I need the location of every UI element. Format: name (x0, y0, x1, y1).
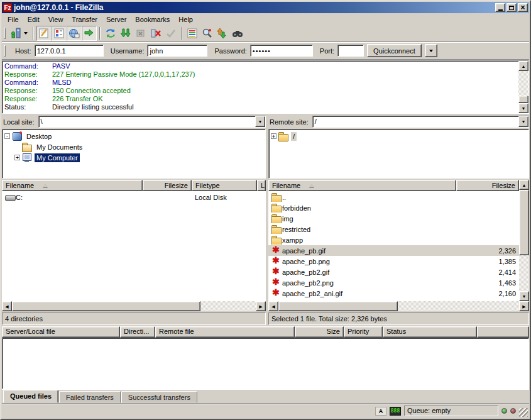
scroll-up-icon[interactable]: ▲ (519, 180, 529, 190)
scroll-right-icon[interactable]: ▶ (519, 301, 529, 311)
toggle-remote-tree-button[interactable] (67, 26, 82, 41)
scroll-track[interactable] (398, 301, 519, 311)
tree-node-label[interactable]: My Computer (35, 153, 80, 162)
speed-limit-icon[interactable]: 888 (390, 407, 401, 416)
tree-expander-icon[interactable]: + (14, 155, 20, 160)
queue-column-header[interactable]: Size (295, 326, 344, 338)
refresh-button[interactable] (103, 26, 118, 41)
quickconnect-button[interactable]: Quickconnect (367, 44, 422, 57)
remote-site-value[interactable]: / (313, 116, 518, 127)
queue-tab[interactable]: Failed transfers (59, 391, 121, 403)
scroll-thumb[interactable] (519, 190, 529, 255)
queue-column-header[interactable]: Directi... (120, 326, 155, 338)
find-files-button[interactable] (230, 26, 245, 41)
tree-item[interactable]: - Desktop (4, 131, 265, 141)
toggle-message-log-button[interactable] (36, 26, 52, 41)
queue-list[interactable] (2, 338, 529, 389)
port-input[interactable] (337, 45, 364, 57)
file-row[interactable]: apache_pb2_ani.gif 2,160 (268, 288, 519, 299)
menu-item[interactable]: Server (102, 14, 131, 25)
column-header-filesize[interactable]: Filesize (143, 180, 192, 191)
queue-column-header[interactable]: Priority (344, 326, 383, 338)
filter-button[interactable] (185, 26, 200, 41)
quickconnect-grip[interactable] (4, 45, 6, 57)
file-row[interactable]: apache_pb2.gif 2,414 (268, 267, 519, 277)
file-row[interactable]: apache_pb2.png 1,463 (268, 277, 519, 288)
reconnect-button[interactable] (163, 26, 178, 41)
tree-expander-icon[interactable]: - (4, 133, 10, 139)
menu-item[interactable]: Transfer (67, 14, 102, 25)
disconnect-button[interactable] (148, 26, 163, 41)
password-input[interactable] (250, 45, 313, 57)
menu-item[interactable]: File (3, 14, 23, 25)
local-site-dropdown-button[interactable]: ▼ (255, 116, 265, 127)
menu-item[interactable]: View (44, 14, 68, 25)
scroll-thumb[interactable] (518, 96, 528, 103)
toggle-transfer-queue-button[interactable] (82, 26, 97, 41)
local-site-value[interactable]: \ (39, 116, 255, 127)
menu-item[interactable]: Bookmarks (131, 14, 174, 25)
menu-item[interactable]: Help (174, 14, 197, 25)
local-horizontal-scrollbar[interactable]: ◀ ▶ (2, 301, 266, 311)
column-header-last-modified[interactable]: L (257, 180, 266, 191)
column-header-filesize[interactable]: Filesize (456, 180, 519, 191)
scroll-track[interactable] (200, 301, 256, 311)
remote-site-dropdown-button[interactable]: ▼ (518, 116, 528, 127)
scroll-down-icon[interactable]: ▼ (518, 103, 528, 113)
file-row[interactable]: restricted (268, 224, 519, 235)
scroll-track[interactable] (518, 71, 528, 96)
scroll-right-icon[interactable]: ▶ (256, 301, 266, 311)
directory-comparison-button[interactable] (200, 26, 215, 41)
resize-grip[interactable] (519, 408, 528, 417)
site-manager-dropdown-icon[interactable] (24, 32, 28, 35)
title-bar[interactable]: Fz john@127.0.0.1 - FileZilla × (2, 2, 529, 13)
queue-column-header[interactable]: Remote file (155, 326, 295, 338)
scroll-thumb[interactable] (12, 301, 200, 311)
cancel-button[interactable] (133, 26, 148, 41)
file-row[interactable]: .. (268, 192, 519, 202)
close-button[interactable]: × (518, 3, 528, 12)
site-manager-button[interactable] (8, 26, 23, 41)
menu-item[interactable]: Edit (23, 14, 44, 25)
queue-tab[interactable]: Successful transfers (121, 391, 197, 403)
file-row[interactable]: xampp (268, 235, 519, 245)
tree-node-label[interactable]: / (291, 132, 297, 141)
file-row[interactable]: apache_pb.png 1,385 (268, 256, 519, 267)
file-row[interactable]: apache_pb.gif 2,326 (268, 245, 519, 256)
transfer-type-icon[interactable]: A (375, 407, 386, 416)
file-row[interactable]: forbidden (268, 202, 519, 213)
file-row[interactable]: C: Local Disk (2, 192, 266, 202)
quickconnect-dropdown-button[interactable] (425, 44, 437, 57)
synchronized-browsing-button[interactable] (215, 26, 230, 41)
remote-site-combo[interactable]: / ▼ (312, 116, 529, 128)
toggle-local-tree-button[interactable] (52, 26, 67, 41)
column-header-filename[interactable]: Filename (268, 180, 456, 191)
remote-vertical-scrollbar[interactable]: ▲ ▼ (519, 180, 529, 301)
log-scrollbar[interactable]: ▲ ▼ (518, 61, 528, 113)
tree-node-label[interactable]: Desktop (25, 132, 53, 141)
scroll-thumb[interactable] (278, 301, 398, 311)
column-header-filename[interactable]: Filename (2, 180, 143, 191)
tree-node-label[interactable]: My Documents (35, 143, 84, 152)
scroll-down-icon[interactable]: ▼ (519, 291, 529, 301)
column-header-filetype[interactable]: Filetype (192, 180, 257, 191)
tree-item[interactable]: + My Computer (4, 152, 265, 163)
queue-column-header[interactable]: Status (383, 326, 477, 338)
scroll-left-icon[interactable]: ◀ (268, 301, 278, 311)
minimize-button[interactable] (495, 3, 505, 12)
file-row[interactable]: img (268, 213, 519, 224)
tree-expander-icon[interactable]: + (271, 133, 276, 139)
local-site-combo[interactable]: \ ▼ (38, 116, 266, 128)
maximize-button[interactable] (506, 3, 517, 12)
scroll-track[interactable] (519, 255, 529, 291)
remote-horizontal-scrollbar[interactable]: ◀ ▶ (268, 301, 529, 311)
scroll-left-icon[interactable]: ◀ (2, 301, 12, 311)
host-input[interactable] (35, 45, 104, 57)
queue-tab[interactable]: Queued files (3, 390, 58, 403)
toolbar-grip[interactable] (4, 28, 6, 39)
scroll-up-icon[interactable]: ▲ (518, 61, 528, 71)
username-input[interactable] (147, 45, 207, 57)
process-queue-button[interactable] (118, 26, 133, 41)
queue-column-header[interactable]: Server/Local file (2, 326, 120, 338)
tree-item[interactable]: + / (270, 131, 528, 141)
